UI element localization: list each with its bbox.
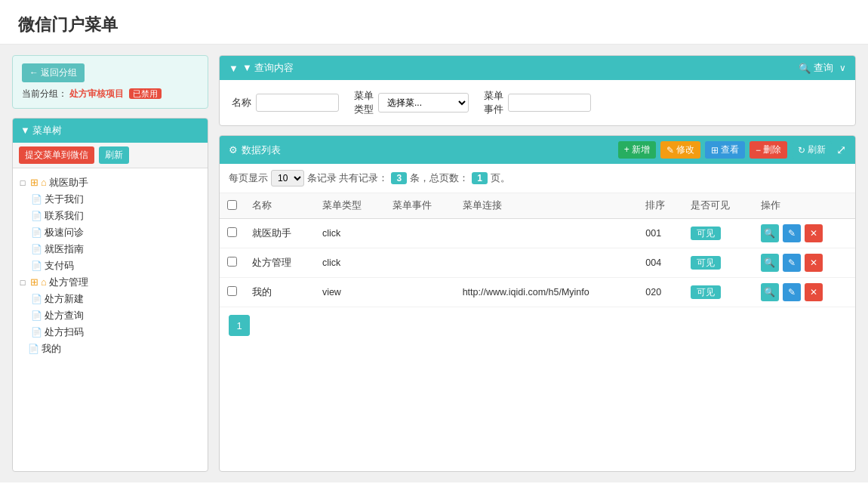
cell-visible-0: 可见 (683, 219, 753, 248)
edit-button[interactable]: ✎ 修改 (660, 141, 700, 159)
page-size-prefix: 每页显示 (229, 172, 268, 185)
menu-event-input[interactable] (508, 94, 591, 112)
minus-icon: − (756, 145, 761, 156)
table-row: 处方管理 click 004 可见 🔍 ✎ ✕ (220, 248, 855, 278)
refresh-button[interactable]: ↻ 刷新 (792, 141, 832, 159)
row-delete-btn-0[interactable]: ✕ (805, 224, 823, 242)
query-header: ▼ ▼ 查询内容 🔍 查询 ∨ (220, 56, 855, 80)
page-size-select[interactable]: 10 (271, 170, 304, 187)
tree-node-cf: □ ⊞ ⌂ 处方管理 📄 处方新建 📄 处 (17, 274, 203, 341)
menu-tree-box: ▼ 菜单树 提交菜单到微信 刷新 □ ⊞ ⌂ 就医助手 (12, 118, 208, 472)
data-header: ⚙ 数据列表 + 新增 ✎ 修改 ⊞ 查看 (220, 136, 855, 164)
row-checkbox-1[interactable] (227, 257, 237, 267)
row-view-btn-2[interactable]: 🔍 (761, 283, 779, 301)
cell-sort-2: 020 (638, 278, 682, 307)
cell-menu-link-0 (455, 219, 639, 248)
table-header-row: 名称 菜单类型 菜单事件 菜单连接 排序 是否可见 操作 (220, 193, 855, 219)
row-checkbox-2[interactable] (227, 286, 237, 296)
back-to-group-button[interactable]: ← 返回分组 (22, 63, 85, 82)
gear-icon: ⚙ (229, 144, 238, 156)
expand-icon-cf[interactable]: □ (17, 274, 28, 291)
search-icon: 🔍 (799, 63, 811, 74)
row-delete-btn-2[interactable]: ✕ (805, 283, 823, 301)
tree-children-jy: 📄 关于我们 📄 联系我们 📄 极速问诊 (17, 191, 203, 274)
chevron-down-icon[interactable]: ∨ (839, 63, 846, 73)
current-group-info: 当前分组： 处方审核项目 已禁用 (22, 88, 199, 100)
record-count-badge: 3 (391, 172, 407, 184)
group-box: ← 返回分组 当前分组： 处方审核项目 已禁用 (12, 55, 208, 109)
cell-name-1: 处方管理 (245, 248, 315, 278)
list-item: 📄 极速问诊 (31, 224, 203, 241)
tree-node-label-cf: 处方管理 (49, 274, 88, 291)
col-actions: 操作 (753, 193, 855, 219)
cell-menu-type-1: click (315, 248, 385, 278)
data-list-box: ⚙ 数据列表 + 新增 ✎ 修改 ⊞ 查看 (219, 135, 856, 472)
list-item: 📄 处方扫码 (31, 324, 203, 341)
data-header-label: 数据列表 (242, 143, 281, 157)
folder-icon-cf: ⊞ (30, 274, 38, 291)
name-label: 名称 (232, 96, 251, 109)
list-item: 📄 就医指南 (31, 241, 203, 257)
row-view-btn-0[interactable]: 🔍 (761, 224, 779, 242)
cell-visible-1: 可见 (683, 248, 753, 278)
cell-menu-event-2 (385, 278, 455, 307)
list-item: 📄 关于我们 (31, 191, 203, 208)
refresh-icon: ↻ (798, 145, 805, 156)
name-input[interactable] (256, 94, 339, 112)
menu-type-select[interactable]: 选择菜... (378, 93, 469, 113)
submit-menu-button[interactable]: 提交菜单到微信 (19, 146, 94, 164)
row-view-btn-1[interactable]: 🔍 (761, 254, 779, 272)
cell-actions-1: 🔍 ✎ ✕ (753, 248, 855, 278)
cell-actions-0: 🔍 ✎ ✕ (753, 219, 855, 248)
query-box: ▼ ▼ 查询内容 🔍 查询 ∨ 名称 (219, 55, 856, 126)
table-row: 我的 view http://www.iqidi.com/h5/Myinfo 0… (220, 278, 855, 307)
table-row: 就医助手 click 001 可见 🔍 ✎ ✕ (220, 219, 855, 248)
menu-type-label: 菜单类型 (354, 89, 374, 116)
add-button[interactable]: + 新增 (618, 141, 656, 159)
row-edit-btn-0[interactable]: ✎ (783, 224, 801, 242)
search-button[interactable]: 🔍 查询 (799, 61, 833, 75)
menu-event-label: 菜单事件 (484, 89, 503, 116)
cell-sort-1: 004 (638, 248, 682, 278)
col-sort: 排序 (638, 193, 682, 219)
col-menu-event: 菜单事件 (385, 193, 455, 219)
list-item: 📄 处方查询 (31, 307, 203, 324)
expand-icon-jy[interactable]: □ (17, 174, 28, 191)
record-count-suffix: 条，总页数： (410, 172, 469, 185)
pagination: 1 (220, 307, 855, 344)
col-visible: 是否可见 (683, 193, 753, 219)
disabled-badge: 已禁用 (129, 88, 162, 99)
search-btn-label: 查询 (814, 61, 833, 75)
cell-name-0: 就医助手 (245, 219, 315, 248)
page-total-suffix: 页。 (491, 172, 510, 185)
name-field: 名称 (232, 94, 339, 112)
tree-node-label-jy: 就医助手 (49, 174, 88, 191)
home-icon-jy: ⌂ (41, 174, 47, 191)
delete-button[interactable]: − 删除 (749, 141, 787, 159)
data-table: 名称 菜单类型 菜单事件 菜单连接 排序 是否可见 操作 就医助手 click (220, 193, 855, 307)
select-all-checkbox[interactable] (227, 200, 237, 210)
folder-icon-jy: ⊞ (30, 174, 38, 191)
row-edit-btn-1[interactable]: ✎ (783, 254, 801, 272)
row-edit-btn-2[interactable]: ✎ (783, 283, 801, 301)
cell-name-2: 我的 (245, 278, 315, 307)
filter-icon: ▼ (229, 63, 239, 74)
cell-menu-type-0: click (315, 219, 385, 248)
cell-menu-link-1 (455, 248, 639, 278)
record-count-prefix: 条记录 共有记录： (307, 172, 388, 185)
tree-node-jy: □ ⊞ ⌂ 就医助手 📄 关于我们 📄 联 (17, 174, 203, 274)
current-group-label: 当前分组： (22, 88, 67, 99)
view-button[interactable]: ⊞ 查看 (705, 141, 745, 159)
list-item: 📄 支付码 (31, 257, 203, 274)
left-panel: ← 返回分组 当前分组： 处方审核项目 已禁用 ▼ 菜单树 提交菜单到微信 刷新 (12, 55, 208, 472)
expand-button[interactable]: ⤢ (836, 143, 846, 157)
tree-refresh-button[interactable]: 刷新 (99, 146, 129, 164)
row-checkbox-0[interactable] (227, 227, 237, 237)
home-icon-cf: ⌂ (41, 274, 47, 291)
query-body: 名称 菜单类型 选择菜... 菜单事件 (220, 80, 855, 125)
page-1-button[interactable]: 1 (229, 315, 250, 336)
cell-visible-2: 可见 (683, 278, 753, 307)
row-delete-btn-1[interactable]: ✕ (805, 254, 823, 272)
data-toolbar: 每页显示 10 条记录 共有记录： 3 条，总页数： 1 页。 (220, 164, 855, 193)
menu-event-field: 菜单事件 (484, 89, 591, 116)
